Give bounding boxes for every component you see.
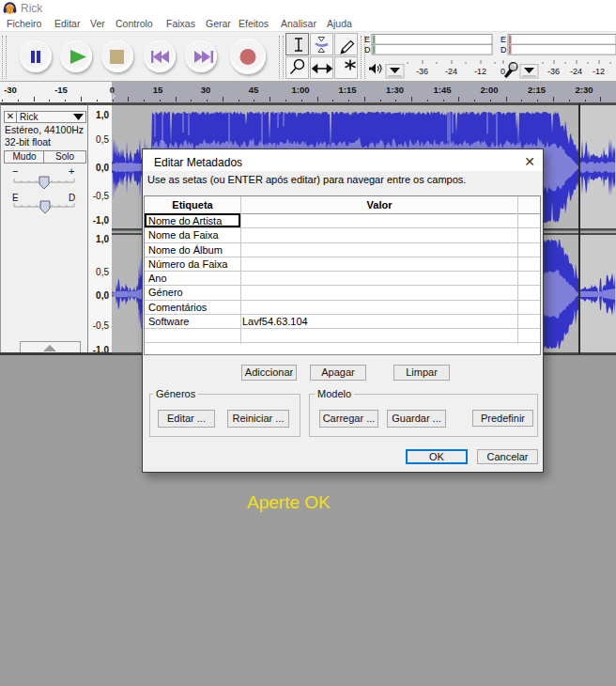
svg-text:+: + bbox=[69, 165, 74, 177]
svg-text:E: E bbox=[12, 193, 19, 203]
svg-text:-36: -36 bbox=[547, 67, 560, 76]
svg-text:-24: -24 bbox=[445, 67, 457, 76]
svg-text:-36: -36 bbox=[416, 67, 428, 76]
svg-text:D: D bbox=[69, 193, 75, 203]
svg-text:D: D bbox=[364, 45, 371, 55]
svg-text:-12: -12 bbox=[474, 67, 486, 76]
svg-text:-12: -12 bbox=[593, 67, 605, 76]
svg-text:0: 0 bbox=[500, 67, 505, 76]
svg-text:−: − bbox=[12, 165, 18, 177]
svg-text:-24: -24 bbox=[570, 67, 582, 76]
svg-text:E: E bbox=[364, 35, 370, 44]
svg-text:E: E bbox=[500, 35, 506, 44]
svg-text:D: D bbox=[500, 45, 507, 55]
